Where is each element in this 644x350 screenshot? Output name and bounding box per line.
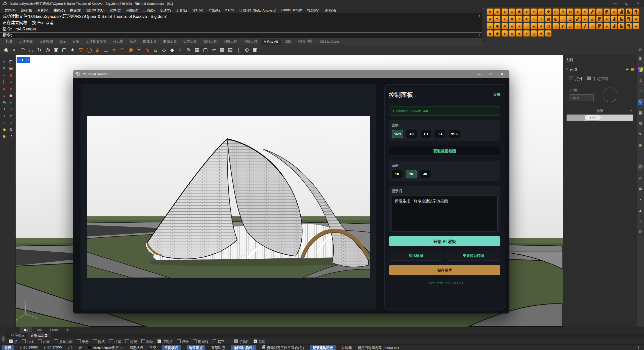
- bottom-panel-tab[interactable]: 选取过滤器: [28, 332, 51, 338]
- menu-item[interactable]: 文件(F): [2, 7, 18, 13]
- menu-item[interactable]: 变动(T): [157, 7, 173, 13]
- dock-tool-icon[interactable]: ◎: [1, 99, 7, 105]
- panel-tab-icon[interactable]: ▲: [638, 207, 643, 213]
- plugin-toolbar-icon[interactable]: ▛: [603, 8, 610, 15]
- plugin-toolbar-icon[interactable]: ◆: [494, 8, 501, 15]
- toolbar-icon[interactable]: ☀: [135, 46, 143, 54]
- toolbar-icon[interactable]: ▤: [226, 46, 234, 54]
- toolbar-icon[interactable]: ◡: [27, 46, 35, 54]
- menu-item[interactable]: 曲面(S): [67, 7, 84, 13]
- dock-tool-icon[interactable]: ⊕: [8, 126, 14, 133]
- toolbar-tab[interactable]: V8 新功能: [295, 37, 316, 45]
- toolbar-tab[interactable]: D5 LiveSync: [316, 38, 342, 45]
- toolbar-icon[interactable]: ✶: [68, 46, 77, 54]
- plugin-toolbar-icon[interactable]: ▲: [487, 23, 493, 29]
- panel-tab-icon[interactable]: ◭: [638, 175, 643, 180]
- status-bar-item[interactable]: 过滤器: [342, 345, 352, 350]
- manual-control-checkbox[interactable]: ✓: [587, 76, 591, 80]
- plugin-toolbar-icon[interactable]: ◭: [574, 8, 581, 15]
- dock-tool-icon[interactable]: ◇: [8, 113, 14, 119]
- dock-tool-icon[interactable]: ▌: [1, 79, 7, 85]
- checkbox-box[interactable]: [93, 339, 97, 343]
- plugin-toolbar-icon[interactable]: ■: [523, 8, 530, 15]
- checkbox-box[interactable]: [193, 339, 197, 343]
- plugin-toolbar-icon[interactable]: ◧: [560, 23, 566, 29]
- status-bar-item[interactable]: 平面模式: [162, 345, 181, 350]
- intensity-slider[interactable]: 1.00: [567, 114, 633, 121]
- filter-checkbox[interactable]: 点云: [177, 339, 189, 344]
- intensity-value[interactable]: 1.00: [585, 115, 601, 121]
- plugin-toolbar-icon[interactable]: ▜: [625, 23, 632, 29]
- status-bar-item[interactable]: 正交: [149, 345, 156, 350]
- status-bar-item[interactable]: y -64.17500: [44, 345, 62, 349]
- settings-link[interactable]: 设置: [493, 92, 500, 97]
- plugin-toolbar-icon[interactable]: ⌂: [531, 30, 537, 37]
- status-bar-item[interactable]: 世界: [2, 345, 14, 350]
- toolbar-icon[interactable]: ◠: [118, 46, 127, 54]
- plugin-toolbar-icon[interactable]: ▟: [611, 23, 617, 29]
- panel-tab-icon[interactable]: ●: [638, 153, 643, 159]
- plugin-toolbar-icon[interactable]: ≋: [509, 8, 515, 15]
- toolbar-tab[interactable]: 显示: [56, 37, 69, 45]
- plugin-toolbar-icon[interactable]: ⌂: [523, 23, 530, 29]
- filter-checkbox[interactable]: 灯光: [125, 339, 137, 344]
- viewport-tab[interactable]: ✚: [62, 327, 73, 333]
- plugin-toolbar-icon[interactable]: ⌂: [531, 16, 537, 22]
- ratio-button[interactable]: 1:1: [420, 130, 431, 138]
- north-angle-input[interactable]: 90.0°: [570, 94, 594, 101]
- plugin-toolbar-icon[interactable]: ▛: [596, 23, 603, 29]
- plugin-toolbar-icon[interactable]: ⌂: [538, 8, 544, 15]
- toolbar-gear-icon[interactable]: ⚙: [639, 48, 642, 52]
- panel-tab-icon[interactable]: ⚙: [638, 229, 643, 235]
- plugin-toolbar-icon[interactable]: ▜: [625, 16, 632, 22]
- status-bar-item[interactable]: 自动对齐工作平面 (物件): [262, 345, 304, 350]
- plugin-toolbar-icon[interactable]: ▤: [545, 23, 552, 29]
- menu-item[interactable]: 出图(D): [141, 7, 157, 13]
- toolbar-icon[interactable]: ⊥: [102, 46, 110, 54]
- menu-item[interactable]: 日照分析(Solar Analysis): [237, 7, 279, 13]
- dock-tool-icon[interactable]: ◉: [1, 126, 7, 133]
- save-file-icon[interactable]: ▦: [630, 66, 634, 72]
- bottom-panel-tab[interactable]: 物件锁点: [8, 332, 28, 338]
- options-collapse-caret[interactable]: ∨: [566, 67, 568, 71]
- plugin-toolbar-icon[interactable]: ●: [574, 23, 581, 29]
- filter-checkbox[interactable]: 控制点: [157, 339, 173, 344]
- plugin-toolbar-icon[interactable]: ◆: [531, 23, 537, 29]
- panel-toggle-icon[interactable]: [638, 346, 642, 349]
- toolbar-icon[interactable]: ✎: [185, 46, 193, 54]
- checkbox-box[interactable]: [22, 339, 26, 343]
- dock-tool-icon[interactable]: ✈: [8, 106, 14, 112]
- menu-item[interactable]: V-Ray: [222, 7, 237, 13]
- dock-tool-icon[interactable]: ▮: [8, 72, 14, 78]
- plugin-toolbar-icon[interactable]: ▙: [618, 16, 625, 22]
- checkbox-box[interactable]: [157, 339, 161, 343]
- dock-tool-icon[interactable]: ✎: [1, 65, 7, 71]
- plugin-toolbar-icon[interactable]: ☰: [560, 8, 566, 15]
- plugin-toolbar-icon[interactable]: ✦: [523, 30, 530, 37]
- menu-item[interactable]: 视窗(W): [305, 7, 322, 13]
- ratio-button[interactable]: 9:16: [449, 130, 460, 138]
- checkbox-box[interactable]: [54, 339, 58, 343]
- plugin-toolbar-icon[interactable]: ✚: [538, 23, 544, 29]
- command-scroll-arrows[interactable]: ▲▼: [478, 14, 480, 18]
- checkbox-box[interactable]: [125, 339, 129, 343]
- menu-item[interactable]: 说明(H): [322, 7, 339, 13]
- menu-item[interactable]: 工具(L): [174, 7, 190, 13]
- toolbar-icon[interactable]: ∥: [234, 46, 243, 54]
- menu-item[interactable]: 编辑(E): [18, 7, 34, 13]
- filter-checkbox[interactable]: 注解: [109, 339, 121, 344]
- dock-tool-icon[interactable]: ●: [8, 86, 14, 92]
- status-bar-item[interactable]: 物件锁点: [187, 345, 205, 350]
- dock-tool-icon[interactable]: ⊕: [1, 133, 7, 139]
- filter-checkbox[interactable]: 曲面: [38, 339, 50, 344]
- filter-checkbox[interactable]: 曲线: [22, 339, 34, 344]
- dock-tool-icon[interactable]: ●: [1, 72, 7, 78]
- toolbar-icon[interactable]: ▦: [193, 46, 201, 54]
- panel-tab-icon[interactable]: ▧: [638, 121, 643, 126]
- menu-item[interactable]: 曲线(C): [51, 7, 67, 13]
- plugin-toolbar-icon[interactable]: ■: [516, 30, 522, 37]
- panel-tab-icon[interactable]: ◉: [638, 142, 643, 148]
- start-ai-render-button[interactable]: 开始 AI 渲染: [389, 236, 500, 246]
- plugin-toolbar-icon[interactable]: ■: [509, 23, 515, 29]
- dock-tool-icon[interactable]: ↖: [1, 58, 7, 65]
